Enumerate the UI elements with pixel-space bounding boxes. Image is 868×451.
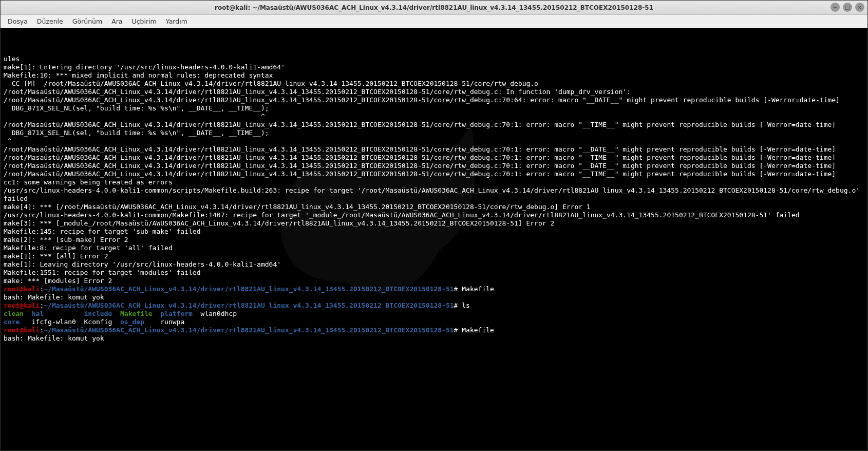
terminal-output-line: /root/Masaüstü/AWUS036AC_ACH_Linux_v4.3.… bbox=[4, 96, 864, 104]
menu-terminal[interactable]: Uçbirim bbox=[128, 16, 161, 27]
ls-entry: wlan0dhcp bbox=[201, 310, 249, 317]
menu-edit[interactable]: Düzenle bbox=[33, 16, 67, 27]
terminal-output-line: make: *** [modules] Error 2 bbox=[4, 277, 864, 285]
terminal-output-line: cc1: some warnings being treated as erro… bbox=[4, 178, 864, 186]
terminal-output-line: make[3]: *** [_module_/root/Masaüstü/AWU… bbox=[4, 219, 864, 228]
terminal-output-line: make[1]: *** [all] Error 2 bbox=[4, 252, 864, 260]
typed-command: ls bbox=[462, 302, 470, 309]
terminal-output-line: ^ bbox=[4, 112, 864, 121]
terminal-output-line: CC [M] /root/Masaüstü/AWUS036AC_ACH_Linu… bbox=[4, 80, 864, 88]
typed-command: Makefile bbox=[462, 326, 494, 334]
ls-entry: platform bbox=[160, 310, 200, 317]
ls-entry: core bbox=[4, 318, 32, 326]
terminal-output-line: make[1]: Leaving directory '/usr/src/lin… bbox=[4, 260, 864, 269]
terminal-window: root@kali: ~/Masaüstü/AWUS036AC_ACH_Linu… bbox=[0, 0, 868, 451]
ls-entry: ifcfg-wlan0 bbox=[32, 318, 84, 326]
menubar: Dosya Düzenle Görünüm Ara Uçbirim Yardım bbox=[1, 15, 867, 28]
prompt-line: root@kali:~/Masaüstü/AWUS036AC_ACH_Linux… bbox=[4, 302, 864, 310]
ls-entry: runwpa bbox=[160, 318, 200, 326]
maximize-button[interactable]: □ bbox=[843, 3, 852, 12]
window-title: root@kali: ~/Masaüstü/AWUS036AC_ACH_Linu… bbox=[215, 4, 653, 11]
close-button[interactable]: × bbox=[855, 3, 864, 12]
terminal-output-line: /root/Masaüstü/AWUS036AC_ACH_Linux_v4.3.… bbox=[4, 121, 864, 129]
terminal-output-line: DBG_871X_SEL_NL(sel, "build time: %s %s\… bbox=[4, 129, 864, 137]
ls-entry: os_dep bbox=[120, 318, 160, 326]
ls-entry: Kconfig bbox=[84, 318, 120, 326]
terminal-output-line: ules bbox=[4, 55, 864, 63]
prompt-line: root@kali:~/Masaüstü/AWUS036AC_ACH_Linux… bbox=[4, 285, 864, 293]
titlebar[interactable]: root@kali: ~/Masaüstü/AWUS036AC_ACH_Linu… bbox=[1, 1, 867, 15]
ls-entry: Makefile bbox=[120, 310, 160, 317]
menu-file[interactable]: Dosya bbox=[4, 16, 32, 27]
terminal-output-line: bash: Makefile: komut yok bbox=[4, 293, 864, 302]
terminal-output-line: ^ bbox=[4, 137, 864, 145]
terminal-output-line: /usr/src/linux-headers-4.0.0-kali1-commo… bbox=[4, 211, 864, 219]
typed-command: Makefile bbox=[462, 285, 494, 293]
menu-search[interactable]: Ara bbox=[107, 16, 126, 27]
terminal-area[interactable]: ulesmake[1]: Entering directory '/usr/sr… bbox=[1, 28, 867, 450]
prompt-line: root@kali:~/Masaüstü/AWUS036AC_ACH_Linux… bbox=[4, 326, 864, 334]
ls-entry: clean bbox=[4, 310, 32, 317]
minimize-button[interactable]: − bbox=[831, 3, 840, 12]
terminal-output-line: Makefile:10: *** mixed implicit and norm… bbox=[4, 71, 864, 80]
terminal-output-line: make[4]: *** [/root/Masaüstü/AWUS036AC_A… bbox=[4, 203, 864, 211]
terminal-output-line: /root/Masaüstü/AWUS036AC_ACH_Linux_v4.3.… bbox=[4, 162, 864, 170]
menu-help[interactable]: Yardım bbox=[162, 16, 192, 27]
terminal-output-line: Makefile:145: recipe for target 'sub-mak… bbox=[4, 228, 864, 236]
ls-row: clean hal include Makefile platform wlan… bbox=[4, 310, 864, 318]
ls-row: core ifcfg-wlan0 Kconfig os_dep runwpa bbox=[4, 318, 864, 326]
terminal-output-line: /usr/src/linux-headers-4.0.0-kali1-commo… bbox=[4, 186, 864, 203]
terminal-output-line: make[2]: *** [sub-make] Error 2 bbox=[4, 236, 864, 244]
terminal-output-line: /root/Masaüstü/AWUS036AC_ACH_Linux_v4.3.… bbox=[4, 170, 864, 178]
terminal-content[interactable]: ulesmake[1]: Entering directory '/usr/sr… bbox=[4, 55, 864, 343]
terminal-output-line: bash: Makefile: komut yok bbox=[4, 334, 864, 343]
terminal-output-line: DBG_871X_SEL_NL(sel, "build time: %s %s\… bbox=[4, 104, 864, 112]
terminal-output-line: /root/Masaüstü/AWUS036AC_ACH_Linux_v4.3.… bbox=[4, 145, 864, 154]
ls-entry: include bbox=[84, 310, 120, 317]
terminal-output-line: Makefile:8: recipe for target 'all' fail… bbox=[4, 244, 864, 252]
terminal-output-line: /root/Masaüstü/AWUS036AC_ACH_Linux_v4.3.… bbox=[4, 88, 864, 96]
ls-entry: hal bbox=[32, 310, 84, 317]
menu-view[interactable]: Görünüm bbox=[68, 16, 106, 27]
terminal-output-line: Makefile:1551: recipe for target 'module… bbox=[4, 269, 864, 277]
terminal-output-line: make[1]: Entering directory '/usr/src/li… bbox=[4, 63, 864, 71]
window-controls: − □ × bbox=[831, 3, 864, 12]
terminal-output-line: /root/Masaüstü/AWUS036AC_ACH_Linux_v4.3.… bbox=[4, 154, 864, 162]
